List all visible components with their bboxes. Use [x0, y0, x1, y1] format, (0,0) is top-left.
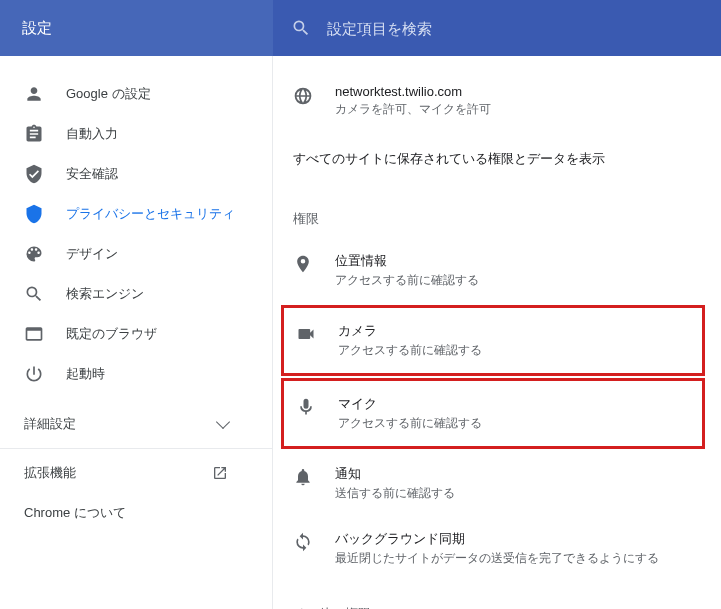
- sidebar-item-autofill[interactable]: 自動入力: [0, 114, 272, 154]
- bell-icon: [293, 467, 313, 487]
- about-label: Chrome について: [24, 504, 126, 522]
- perm-title: カメラ: [338, 322, 482, 340]
- perm-sub: 最近閉じたサイトがデータの送受信を完了できるようにする: [335, 550, 659, 567]
- perm-sub: アクセスする前に確認する: [335, 272, 479, 289]
- search-icon: [291, 18, 311, 38]
- location-icon: [293, 254, 313, 274]
- app-header: 設定: [0, 0, 721, 56]
- site-permissions: カメラを許可、マイクを許可: [335, 101, 491, 118]
- divider: [0, 448, 272, 449]
- extensions-link[interactable]: 拡張機能: [0, 453, 272, 493]
- sidebar-item-startup[interactable]: 起動時: [0, 354, 272, 394]
- power-icon: [24, 364, 44, 384]
- highlight-mic: マイク アクセスする前に確認する: [281, 378, 705, 449]
- perm-location[interactable]: 位置情報 アクセスする前に確認する: [281, 238, 705, 303]
- highlight-camera: カメラ アクセスする前に確認する: [281, 305, 705, 376]
- sidebar-item-label: 自動入力: [66, 125, 118, 143]
- perm-notifications[interactable]: 通知 送信する前に確認する: [281, 451, 705, 516]
- perm-title: バックグラウンド同期: [335, 530, 659, 548]
- chevron-down-icon: [216, 415, 230, 429]
- sidebar-item-appearance[interactable]: デザイン: [0, 234, 272, 274]
- sidebar-item-default-browser[interactable]: 既定のブラウザ: [0, 314, 272, 354]
- perm-sub: 送信する前に確認する: [335, 485, 455, 502]
- sidebar-item-google[interactable]: Google の設定: [0, 74, 272, 114]
- sidebar-item-label: 起動時: [66, 365, 105, 383]
- perm-sub: アクセスする前に確認する: [338, 415, 482, 432]
- perm-background-sync[interactable]: バックグラウンド同期 最近閉じたサイトがデータの送受信を完了できるようにする: [281, 516, 705, 581]
- other-permissions-heading: その他の権限: [281, 581, 705, 609]
- recent-site-row[interactable]: networktest.twilio.com カメラを許可、マイクを許可: [281, 70, 705, 132]
- sidebar-item-label: 検索エンジン: [66, 285, 144, 303]
- sidebar-item-label: 安全確認: [66, 165, 118, 183]
- palette-icon: [24, 244, 44, 264]
- sidebar-item-privacy[interactable]: プライバシーとセキュリティ: [0, 194, 272, 234]
- perm-camera[interactable]: カメラ アクセスする前に確認する: [284, 308, 702, 373]
- permissions-heading: 権限: [281, 186, 705, 238]
- sidebar-item-safety[interactable]: 安全確認: [0, 154, 272, 194]
- assignment-icon: [24, 124, 44, 144]
- about-link[interactable]: Chrome について: [0, 493, 272, 533]
- body: Google の設定 自動入力 安全確認 プライバシーとセキュリティ デザイン …: [0, 56, 721, 609]
- perm-title: 位置情報: [335, 252, 479, 270]
- sidebar-item-label: プライバシーとセキュリティ: [66, 205, 235, 223]
- shield-icon: [24, 204, 44, 224]
- sidebar: Google の設定 自動入力 安全確認 プライバシーとセキュリティ デザイン …: [0, 56, 273, 609]
- search-bar[interactable]: [273, 0, 721, 56]
- sidebar-item-label: 既定のブラウザ: [66, 325, 157, 343]
- mic-icon: [296, 397, 316, 417]
- sidebar-item-search[interactable]: 検索エンジン: [0, 274, 272, 314]
- verified-icon: [24, 164, 44, 184]
- site-host: networktest.twilio.com: [335, 84, 491, 99]
- perm-title: マイク: [338, 395, 482, 413]
- sync-icon: [293, 532, 313, 552]
- advanced-toggle[interactable]: 詳細設定: [0, 404, 272, 444]
- perm-title: 通知: [335, 465, 455, 483]
- globe-icon: [293, 86, 313, 106]
- extensions-label: 拡張機能: [24, 464, 76, 482]
- person-icon: [24, 84, 44, 104]
- camera-icon: [296, 324, 316, 344]
- launch-icon: [212, 465, 228, 481]
- perm-mic[interactable]: マイク アクセスする前に確認する: [284, 381, 702, 446]
- advanced-label: 詳細設定: [24, 415, 76, 433]
- all-sites-link[interactable]: すべてのサイトに保存されている権限とデータを表示: [281, 132, 705, 186]
- sidebar-item-label: Google の設定: [66, 85, 151, 103]
- sidebar-item-label: デザイン: [66, 245, 118, 263]
- app-title: 設定: [22, 19, 52, 38]
- browser-icon: [24, 324, 44, 344]
- search-icon: [24, 284, 44, 304]
- search-input[interactable]: [327, 20, 721, 37]
- content: networktest.twilio.com カメラを許可、マイクを許可 すべて…: [273, 56, 721, 609]
- perm-sub: アクセスする前に確認する: [338, 342, 482, 359]
- header-title-wrap: 設定: [0, 0, 273, 56]
